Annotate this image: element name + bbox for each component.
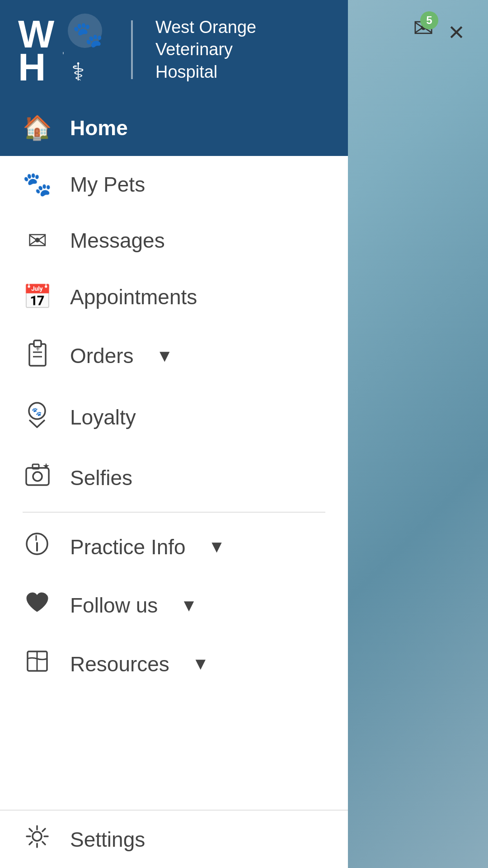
svg-point-21: [33, 832, 42, 841]
svg-text:⚕: ⚕: [71, 58, 85, 86]
sidebar-item-practice-info[interactable]: i Practice Info ▼: [0, 517, 348, 576]
svg-text:H: H: [18, 46, 46, 86]
svg-text:★: ★: [42, 462, 50, 471]
message-icon: ✉: [23, 227, 52, 254]
settings-icon: [23, 824, 52, 854]
loyalty-icon: 🐾: [23, 401, 52, 434]
home-icon: 🏠: [23, 114, 52, 142]
paw-icon: 🐾: [23, 170, 52, 198]
orders-dropdown-arrow: ▼: [156, 346, 174, 366]
svg-text:🐾: 🐾: [72, 20, 103, 49]
sidebar-item-follow-us[interactable]: Follow us ▼: [0, 576, 348, 634]
svg-text:+: +: [36, 345, 40, 353]
selfies-icon: ★: [23, 462, 52, 493]
sidebar-item-messages[interactable]: ✉ Messages: [0, 212, 348, 269]
svg-text:i: i: [35, 532, 38, 543]
nav-separator: [23, 512, 325, 513]
sidebar-item-orders[interactable]: + Orders ▼: [0, 325, 348, 387]
logo-box: W 🐾 H ⚕ West Orange Veterinary Hospital: [18, 14, 256, 86]
svg-rect-15: [33, 464, 39, 469]
resources-dropdown-arrow: ▼: [192, 654, 209, 674]
sidebar-item-loyalty[interactable]: 🐾 Loyalty: [0, 387, 348, 448]
notification-badge: 5: [420, 11, 438, 29]
sidebar-item-resources[interactable]: Resources ▼: [0, 634, 348, 693]
close-button[interactable]: ×: [438, 14, 474, 50]
resources-icon: [23, 649, 52, 679]
calendar-icon: 📅: [23, 283, 52, 311]
practice-info-dropdown-arrow: ▼: [208, 537, 225, 557]
svg-text:🐾: 🐾: [32, 407, 42, 417]
logo-svg: W 🐾 H ⚕: [18, 14, 108, 86]
logo-text: West Orange Veterinary Hospital: [155, 16, 256, 83]
follow-us-dropdown-arrow: ▼: [180, 596, 197, 615]
sidebar-item-home[interactable]: 🏠 Home: [0, 99, 348, 156]
navigation-drawer: W 🐾 H ⚕ West Orange Veterinary Hospital: [0, 0, 348, 868]
orders-icon: +: [23, 340, 52, 372]
logo-area: W 🐾 H ⚕ West Orange Veterinary Hospital: [0, 0, 348, 99]
logo-divider: [131, 20, 133, 79]
sidebar-item-my-pets[interactable]: 🐾 My Pets: [0, 156, 348, 212]
notification-area: ✉ 5: [413, 14, 434, 42]
sidebar-item-selfies[interactable]: ★ Selfies: [0, 448, 348, 507]
heart-icon: [23, 591, 52, 620]
svg-point-14: [33, 472, 42, 481]
nav-list: 🏠 Home 🐾 My Pets ✉ Messages 📅 Appointmen…: [0, 99, 348, 810]
info-icon: i: [23, 532, 52, 562]
sidebar-item-appointments[interactable]: 📅 Appointments: [0, 269, 348, 325]
drawer-footer: Settings: [0, 810, 348, 868]
